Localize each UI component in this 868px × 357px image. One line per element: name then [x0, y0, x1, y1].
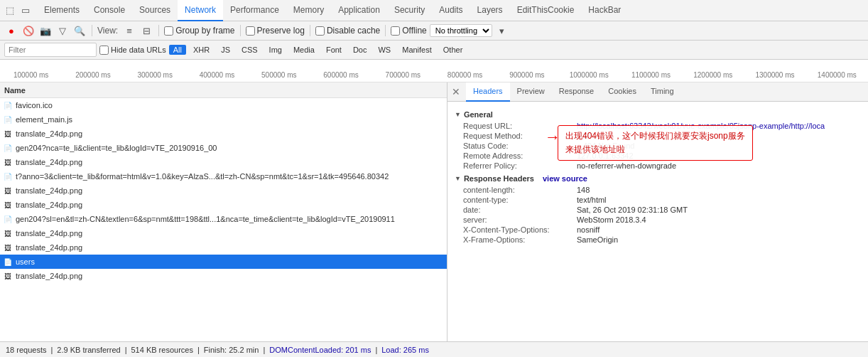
file-name: translate_24dp.png [16, 243, 82, 252]
record-btn[interactable]: ● [4, 23, 18, 38]
tab-console[interactable]: Console [87, 0, 132, 21]
list-item[interactable]: 🖼 translate_24dp.png [0, 198, 447, 212]
left-panel: Name 📄 favicon.ico 📄 element_main.js 🖼 t… [0, 82, 447, 341]
tab-sources[interactable]: Sources [132, 0, 178, 21]
remote-address-key: Remote Address: [463, 151, 577, 160]
status-bar: 18 requests | 2.9 KB transferred | 514 K… [0, 341, 868, 357]
request-method-value: GET [577, 132, 593, 140]
disable-cache-checkbox[interactable] [315, 26, 325, 36]
hide-data-urls-label[interactable]: Hide data URLs [99, 46, 166, 55]
content-length-row: content-length: 148 [455, 186, 861, 194]
file-icon: 📄 [3, 114, 13, 124]
list-item[interactable]: 🖼 translate_24dp.png [0, 183, 447, 198]
tab-preview[interactable]: Preview [510, 82, 552, 102]
filter-bar: Hide data URLs All XHR JS CSS Img Media … [0, 41, 868, 60]
list-item[interactable]: 🖼 translate_24dp.png [0, 240, 447, 255]
list-view-btn[interactable]: ≡ [122, 23, 136, 38]
tab-security[interactable]: Security [387, 0, 432, 21]
name-column-header: Name [4, 86, 26, 95]
tab-headers[interactable]: Headers [466, 82, 510, 102]
list-item[interactable]: 📄 gen204?sl=en&tl=zh-CN&textlen=6&sp=nmt… [0, 212, 447, 226]
dom-content-loaded-link[interactable]: DOMContentLoaded: 201 ms [269, 346, 371, 354]
timeline-label-7: 800000 ms [434, 71, 496, 79]
timeline: 100000 ms 200000 ms 300000 ms 400000 ms … [0, 60, 868, 82]
filter-type-manifest[interactable]: Manifest [398, 45, 436, 55]
filter-type-doc[interactable]: Doc [349, 45, 371, 55]
tab-network[interactable]: Network [178, 0, 223, 21]
file-name: translate_24dp.png [16, 186, 82, 195]
clear-btn[interactable]: 🚫 [21, 23, 36, 38]
group-by-frame-checkbox[interactable] [164, 26, 173, 36]
devtools-icons: ⬚ ▭ [3, 4, 33, 18]
filter-type-other[interactable]: Other [439, 45, 467, 55]
status-dot-icon: ● [577, 142, 582, 150]
inspect-icon[interactable]: ⬚ [3, 4, 17, 18]
group-by-frame-label[interactable]: Group by frame [164, 26, 234, 36]
list-item[interactable]: 📄 t?anno=3&client=te_lib&format=html&v=1… [0, 169, 447, 183]
tab-memory[interactable]: Memory [286, 0, 331, 21]
list-item[interactable]: 📄 element_main.js [0, 112, 447, 127]
tab-hackbar[interactable]: HackBar [581, 0, 628, 21]
filter-input[interactable] [4, 43, 97, 57]
filter-type-xhr[interactable]: XHR [189, 45, 214, 55]
filter-type-js[interactable]: JS [217, 45, 234, 55]
hide-data-urls-text: Hide data URLs [111, 46, 166, 54]
file-icon: 📄 [3, 143, 13, 153]
camera-btn[interactable]: 📷 [38, 23, 53, 38]
preserve-log-label[interactable]: Preserve log [246, 26, 305, 36]
list-item[interactable]: 📄 favicon.ico [0, 98, 447, 112]
file-icon: 📄 [3, 257, 13, 267]
tab-application[interactable]: Application [331, 0, 387, 21]
view-source-link[interactable]: view source [543, 174, 587, 183]
tab-cookies[interactable]: Cookies [601, 82, 644, 102]
throttle-dropdown-icon[interactable]: ▾ [495, 23, 509, 38]
file-icon: 🖼 [3, 271, 13, 281]
offline-checkbox[interactable] [391, 26, 400, 36]
filter-type-ws[interactable]: WS [374, 45, 395, 55]
search-btn[interactable]: 🔍 [72, 23, 87, 38]
hide-data-urls-checkbox[interactable] [99, 46, 109, 55]
tab-audits[interactable]: Audits [432, 0, 470, 21]
filter-btn[interactable]: ▽ [55, 23, 70, 38]
filter-type-all[interactable]: All [169, 45, 186, 55]
file-name: favicon.ico [16, 101, 53, 110]
list-item[interactable]: 🖼 translate_24dp.png [0, 269, 447, 283]
tab-response[interactable]: Response [552, 82, 602, 102]
filter-type-img[interactable]: Img [265, 45, 286, 55]
load-link[interactable]: Load: 265 ms [381, 346, 429, 354]
file-name: translate_24dp.png [16, 158, 82, 166]
status-requests: 18 requests [6, 346, 46, 354]
tab-editthiscookie[interactable]: EditThisCookie [510, 0, 582, 21]
list-header: Name [0, 82, 447, 98]
server-row: server: WebStorm 2018.3.4 [455, 215, 861, 224]
timeline-label-2: 300000 ms [124, 71, 186, 79]
list-item[interactable]: 🖼 translate_24dp.png [0, 226, 447, 240]
status-code-key: Status Code: [463, 142, 577, 150]
offline-label[interactable]: Offline [391, 26, 426, 36]
list-item[interactable]: 🖼 translate_24dp.png [0, 127, 447, 141]
tab-layers[interactable]: Layers [470, 0, 510, 21]
list-item[interactable]: 📄 gen204?nca=te_li&client=te_lib&logId=v… [0, 141, 447, 155]
filter-type-css[interactable]: CSS [237, 45, 262, 55]
filter-type-font[interactable]: Font [322, 45, 346, 55]
disable-cache-label[interactable]: Disable cache [315, 26, 380, 36]
tab-timing[interactable]: Timing [644, 82, 681, 102]
remote-address-value: 127.0.0.1:63342 [577, 151, 634, 160]
file-list: 📄 favicon.ico 📄 element_main.js 🖼 transl… [0, 98, 447, 341]
tab-elements[interactable]: Elements [37, 0, 87, 21]
list-item[interactable]: 🖼 translate_24dp.png [0, 155, 447, 169]
close-panel-icon[interactable]: ✕ [452, 86, 460, 97]
tab-performance[interactable]: Performance [223, 0, 286, 21]
timeline-label-6: 700000 ms [372, 71, 434, 79]
x-frame-options-key: X-Frame-Options: [463, 235, 577, 244]
throttle-select[interactable]: No throttling [430, 24, 492, 37]
waterfall-view-btn[interactable]: ⊟ [139, 23, 153, 38]
device-icon[interactable]: ▭ [18, 4, 33, 18]
list-item-selected[interactable]: 📄 users [0, 255, 447, 269]
filter-type-media[interactable]: Media [289, 45, 319, 55]
general-section-header: General [455, 110, 861, 119]
date-row: date: Sat, 26 Oct 2019 02:31:18 GMT [455, 206, 861, 214]
request-method-key: Request Method: [463, 132, 577, 140]
timeline-label-5: 600000 ms [310, 71, 371, 79]
preserve-log-checkbox[interactable] [246, 26, 255, 36]
